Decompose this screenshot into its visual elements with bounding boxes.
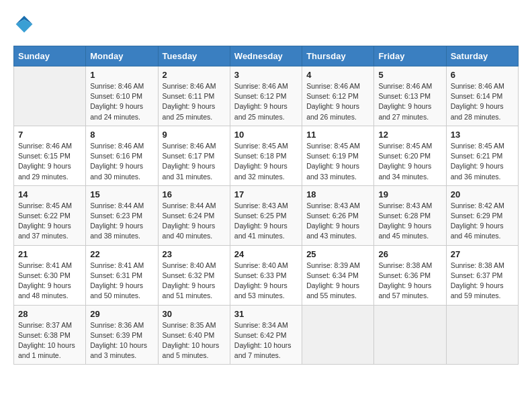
day-number: 22 [90, 249, 153, 259]
day-number: 7 [18, 130, 81, 140]
calendar-week-row: 1Sunrise: 8:46 AMSunset: 6:10 PMDaylight… [14, 66, 519, 126]
day-info: Sunrise: 8:43 AMSunset: 6:28 PMDaylight:… [378, 201, 441, 242]
calendar-cell: 12Sunrise: 8:45 AMSunset: 6:20 PMDayligh… [374, 126, 446, 185]
calendar-cell: 14Sunrise: 8:45 AMSunset: 6:22 PMDayligh… [14, 185, 86, 245]
calendar-cell: 1Sunrise: 8:46 AMSunset: 6:10 PMDaylight… [86, 66, 158, 126]
day-number: 16 [163, 189, 226, 199]
calendar-cell: 23Sunrise: 8:40 AMSunset: 6:32 PMDayligh… [158, 245, 230, 305]
calendar-cell [14, 66, 86, 126]
day-number: 11 [306, 130, 369, 140]
day-info: Sunrise: 8:44 AMSunset: 6:23 PMDaylight:… [90, 201, 153, 242]
day-number: 23 [163, 249, 226, 259]
day-info: Sunrise: 8:40 AMSunset: 6:32 PMDaylight:… [163, 261, 226, 302]
day-number: 31 [234, 309, 298, 319]
calendar-week-row: 14Sunrise: 8:45 AMSunset: 6:22 PMDayligh… [14, 185, 519, 245]
calendar-cell: 9Sunrise: 8:46 AMSunset: 6:17 PMDaylight… [158, 126, 230, 185]
day-number: 20 [451, 189, 514, 199]
day-of-week-header: Saturday [446, 46, 518, 66]
day-info: Sunrise: 8:41 AMSunset: 6:31 PMDaylight:… [90, 261, 153, 302]
calendar-cell: 28Sunrise: 8:37 AMSunset: 6:38 PMDayligh… [14, 305, 86, 365]
calendar-table: SundayMondayTuesdayWednesdayThursdayFrid… [13, 46, 519, 365]
day-of-week-header: Wednesday [230, 46, 302, 66]
day-info: Sunrise: 8:44 AMSunset: 6:24 PMDaylight:… [163, 201, 226, 242]
day-info: Sunrise: 8:46 AMSunset: 6:16 PMDaylight:… [90, 141, 153, 182]
day-of-week-header: Sunday [14, 46, 86, 66]
calendar-cell: 25Sunrise: 8:39 AMSunset: 6:34 PMDayligh… [302, 245, 374, 305]
day-of-week-header: Friday [374, 46, 446, 66]
calendar-cell: 7Sunrise: 8:46 AMSunset: 6:15 PMDaylight… [14, 126, 86, 185]
day-info: Sunrise: 8:46 AMSunset: 6:14 PMDaylight:… [451, 81, 514, 122]
calendar-cell: 18Sunrise: 8:43 AMSunset: 6:26 PMDayligh… [302, 185, 374, 245]
calendar-cell: 29Sunrise: 8:36 AMSunset: 6:39 PMDayligh… [86, 305, 158, 365]
day-info: Sunrise: 8:46 AMSunset: 6:17 PMDaylight:… [163, 141, 226, 182]
day-number: 29 [90, 309, 153, 319]
day-info: Sunrise: 8:46 AMSunset: 6:13 PMDaylight:… [378, 81, 441, 122]
day-number: 24 [234, 249, 298, 259]
day-info: Sunrise: 8:46 AMSunset: 6:15 PMDaylight:… [18, 141, 81, 182]
logo-icon [13, 13, 35, 35]
day-number: 30 [163, 309, 226, 319]
day-number: 27 [451, 249, 514, 259]
calendar-cell [446, 305, 518, 365]
day-info: Sunrise: 8:45 AMSunset: 6:19 PMDaylight:… [306, 141, 369, 182]
calendar-cell: 26Sunrise: 8:38 AMSunset: 6:36 PMDayligh… [374, 245, 446, 305]
calendar-cell: 19Sunrise: 8:43 AMSunset: 6:28 PMDayligh… [374, 185, 446, 245]
day-info: Sunrise: 8:45 AMSunset: 6:22 PMDaylight:… [18, 201, 81, 242]
day-number: 6 [451, 70, 514, 80]
calendar-cell: 22Sunrise: 8:41 AMSunset: 6:31 PMDayligh… [86, 245, 158, 305]
day-info: Sunrise: 8:43 AMSunset: 6:26 PMDaylight:… [306, 201, 369, 242]
day-info: Sunrise: 8:46 AMSunset: 6:10 PMDaylight:… [90, 81, 153, 122]
page-header [13, 13, 519, 35]
day-of-week-header: Monday [86, 46, 158, 66]
day-info: Sunrise: 8:38 AMSunset: 6:37 PMDaylight:… [451, 261, 514, 302]
calendar-cell: 24Sunrise: 8:40 AMSunset: 6:33 PMDayligh… [230, 245, 302, 305]
calendar-cell: 27Sunrise: 8:38 AMSunset: 6:37 PMDayligh… [446, 245, 518, 305]
day-number: 14 [18, 189, 81, 199]
calendar-week-row: 21Sunrise: 8:41 AMSunset: 6:30 PMDayligh… [14, 245, 519, 305]
day-info: Sunrise: 8:46 AMSunset: 6:12 PMDaylight:… [306, 81, 369, 122]
calendar-cell [302, 305, 374, 365]
day-info: Sunrise: 8:39 AMSunset: 6:34 PMDaylight:… [306, 261, 369, 302]
calendar-week-row: 28Sunrise: 8:37 AMSunset: 6:38 PMDayligh… [14, 305, 519, 365]
day-number: 10 [234, 130, 298, 140]
calendar-cell: 8Sunrise: 8:46 AMSunset: 6:16 PMDaylight… [86, 126, 158, 185]
calendar-cell: 30Sunrise: 8:35 AMSunset: 6:40 PMDayligh… [158, 305, 230, 365]
day-info: Sunrise: 8:45 AMSunset: 6:21 PMDaylight:… [451, 141, 514, 182]
day-info: Sunrise: 8:42 AMSunset: 6:29 PMDaylight:… [451, 201, 514, 242]
day-info: Sunrise: 8:43 AMSunset: 6:25 PMDaylight:… [234, 201, 298, 242]
day-info: Sunrise: 8:36 AMSunset: 6:39 PMDaylight:… [90, 320, 153, 361]
day-number: 26 [378, 249, 441, 259]
day-of-week-header: Tuesday [158, 46, 230, 66]
calendar-cell: 4Sunrise: 8:46 AMSunset: 6:12 PMDaylight… [302, 66, 374, 126]
day-number: 25 [306, 249, 369, 259]
svg-marker-1 [16, 19, 33, 33]
day-number: 5 [378, 70, 441, 80]
day-of-week-header: Thursday [302, 46, 374, 66]
calendar-cell: 13Sunrise: 8:45 AMSunset: 6:21 PMDayligh… [446, 126, 518, 185]
calendar-week-row: 7Sunrise: 8:46 AMSunset: 6:15 PMDaylight… [14, 126, 519, 185]
day-info: Sunrise: 8:35 AMSunset: 6:40 PMDaylight:… [163, 320, 226, 361]
day-number: 19 [378, 189, 441, 199]
calendar-cell [374, 305, 446, 365]
calendar-cell: 5Sunrise: 8:46 AMSunset: 6:13 PMDaylight… [374, 66, 446, 126]
day-info: Sunrise: 8:40 AMSunset: 6:33 PMDaylight:… [234, 261, 298, 302]
day-info: Sunrise: 8:45 AMSunset: 6:18 PMDaylight:… [234, 141, 298, 182]
calendar-cell: 21Sunrise: 8:41 AMSunset: 6:30 PMDayligh… [14, 245, 86, 305]
day-number: 18 [306, 189, 369, 199]
calendar-cell: 16Sunrise: 8:44 AMSunset: 6:24 PMDayligh… [158, 185, 230, 245]
day-number: 17 [234, 189, 298, 199]
day-number: 1 [90, 70, 153, 80]
calendar-cell: 17Sunrise: 8:43 AMSunset: 6:25 PMDayligh… [230, 185, 302, 245]
logo [13, 13, 38, 35]
day-number: 2 [163, 70, 226, 80]
day-info: Sunrise: 8:45 AMSunset: 6:20 PMDaylight:… [378, 141, 441, 182]
day-number: 9 [163, 130, 226, 140]
calendar-cell: 3Sunrise: 8:46 AMSunset: 6:12 PMDaylight… [230, 66, 302, 126]
day-number: 15 [90, 189, 153, 199]
calendar-cell: 20Sunrise: 8:42 AMSunset: 6:29 PMDayligh… [446, 185, 518, 245]
calendar-header-row: SundayMondayTuesdayWednesdayThursdayFrid… [14, 46, 519, 66]
day-number: 28 [18, 309, 81, 319]
day-info: Sunrise: 8:34 AMSunset: 6:42 PMDaylight:… [234, 320, 298, 361]
day-number: 12 [378, 130, 441, 140]
calendar-cell: 2Sunrise: 8:46 AMSunset: 6:11 PMDaylight… [158, 66, 230, 126]
